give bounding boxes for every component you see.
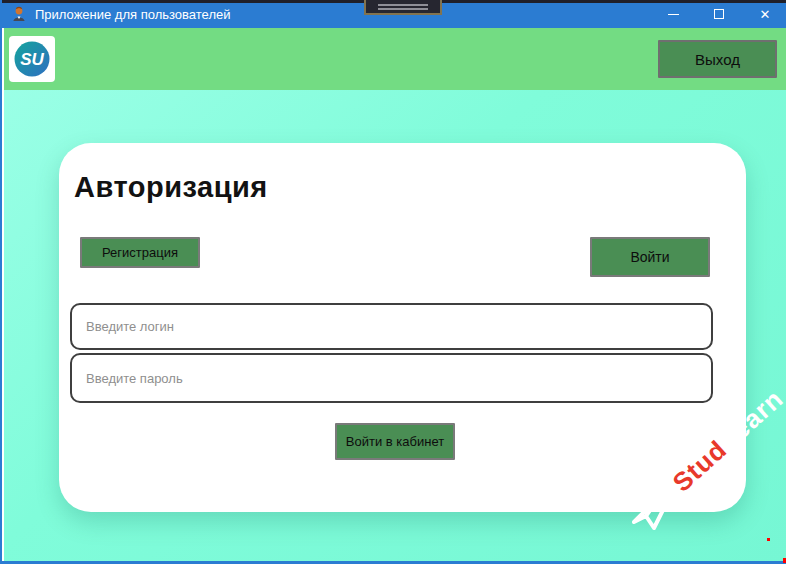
minimize-icon <box>668 14 679 15</box>
submit-button[interactable]: Войти в кабинет <box>335 423 455 460</box>
maximize-icon <box>714 9 724 19</box>
svg-text:SU: SU <box>20 50 44 69</box>
close-icon: ✕ <box>760 8 771 21</box>
password-input[interactable] <box>70 353 713 403</box>
exit-button[interactable]: Выход <box>658 40 777 78</box>
red-dot <box>767 538 770 541</box>
paper-plane-icon <box>630 486 682 536</box>
studwork-circle-logo: SU <box>13 40 51 78</box>
window-title: Приложение для пользователей <box>35 7 230 22</box>
minimize-button[interactable] <box>650 0 696 28</box>
maximize-button[interactable] <box>696 0 742 28</box>
person-icon <box>11 6 27 22</box>
bezel-line <box>378 4 428 6</box>
close-button[interactable]: ✕ <box>742 0 786 28</box>
register-button[interactable]: Регистрация <box>80 237 200 268</box>
app-header: SU Выход <box>4 28 786 90</box>
studwork-logo: SU <box>9 36 55 82</box>
login-button[interactable]: Войти <box>590 237 710 277</box>
card-title: Авторизация <box>74 171 268 204</box>
bezel-line <box>378 8 428 10</box>
login-input[interactable] <box>70 303 713 350</box>
app-window: Приложение для пользователей ✕ SU <box>0 0 786 564</box>
window-controls: ✕ <box>650 0 786 28</box>
auth-card: Авторизация Регистрация Войти Войти в ка… <box>59 143 746 512</box>
bezel-box <box>364 0 442 15</box>
